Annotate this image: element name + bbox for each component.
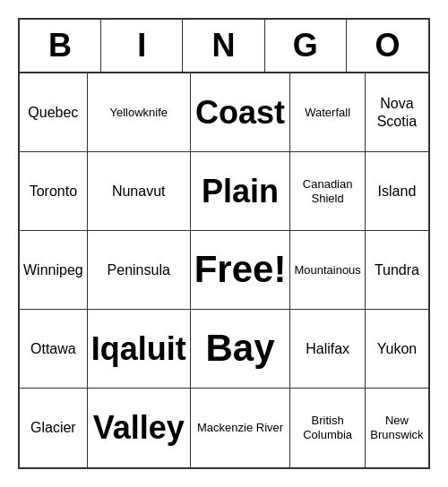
bingo-cell: Winnipeg [20,231,88,310]
cell-text: Yukon [377,340,417,357]
cell-text: Nunavut [112,183,166,200]
cell-text: Toronto [30,183,77,200]
cell-text: Glacier [30,419,76,436]
bingo-cell: Free! [191,231,291,310]
bingo-cell: Mountainous [290,231,365,310]
cell-text: Halifax [306,340,349,357]
bingo-card: BINGO QuebecYellowknifeCoastWaterfallNov… [18,18,430,469]
bingo-cell: Waterfall [290,73,365,152]
bingo-cell: Yellowknife [88,73,191,152]
bingo-cell: Canadian Shield [290,152,365,231]
header-letter: N [183,20,264,72]
header-letter: O [347,20,428,72]
bingo-cell: Coast [191,73,291,152]
cell-text: Peninsula [108,261,170,278]
cell-text: Valley [93,408,185,447]
cell-text: Quebec [28,104,78,121]
cell-text: Ottawa [30,340,76,357]
cell-text: Bay [206,326,275,371]
bingo-cell: Ottawa [20,310,88,389]
cell-text: Plain [202,172,279,210]
cell-text: Iqaluit [91,329,186,368]
cell-text: Tundra [375,261,419,278]
bingo-cell: Nova Scotia [366,73,428,152]
header-letter: B [20,20,101,72]
bingo-cell: Toronto [20,152,88,231]
cell-text: Waterfall [305,106,350,120]
cell-text: Yellowknife [109,106,168,120]
bingo-cell: Nunavut [88,152,191,231]
bingo-grid: QuebecYellowknifeCoastWaterfallNova Scot… [20,73,428,467]
bingo-cell: Halifax [290,310,365,389]
cell-text: Nova Scotia [369,95,425,129]
bingo-cell: Yukon [366,310,428,389]
cell-text: Winnipeg [23,261,83,278]
cell-text: Free! [194,247,287,292]
bingo-cell: Quebec [20,73,88,152]
bingo-cell: British Columbia [290,389,365,467]
bingo-cell: Valley [88,389,191,467]
cell-text: Mackenzie River [197,421,283,435]
bingo-cell: Island [366,152,428,231]
bingo-cell: Iqaluit [88,310,191,389]
cell-text: Canadian Shield [294,177,360,205]
bingo-cell: Plain [191,152,291,231]
cell-text: New Brunswick [369,414,425,441]
bingo-cell: Mackenzie River [191,389,291,467]
bingo-cell: Bay [191,310,291,389]
bingo-cell: Peninsula [88,231,191,310]
cell-text: Mountainous [294,263,360,278]
cell-text: Coast [195,93,285,132]
bingo-cell: New Brunswick [366,389,428,467]
bingo-cell: Tundra [366,231,428,310]
header-letter: I [101,20,183,72]
bingo-cell: Glacier [20,389,88,467]
header-letter: G [265,20,347,72]
cell-text: Island [378,183,417,200]
cell-text: British Columbia [294,414,360,441]
bingo-header: BINGO [20,20,428,73]
